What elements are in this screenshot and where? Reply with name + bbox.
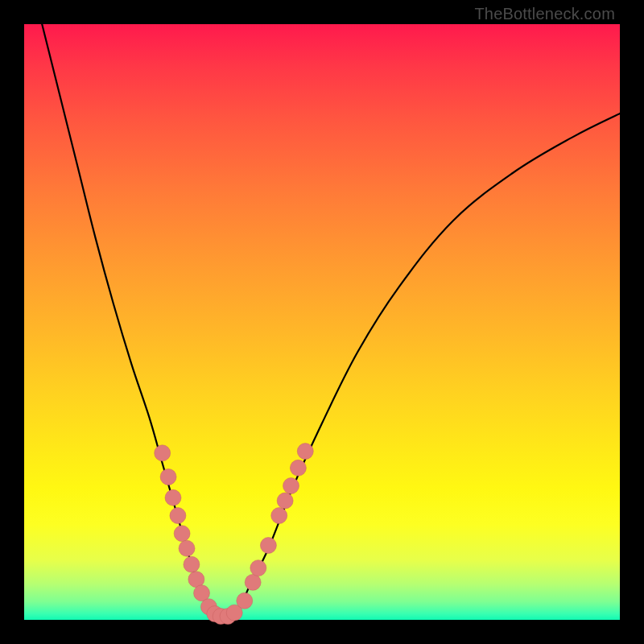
marker-dot [277, 493, 293, 509]
plot-area [24, 24, 620, 620]
marker-dot [174, 526, 190, 542]
marker-dot [250, 560, 266, 576]
marker-dot [260, 538, 276, 554]
watermark-text: TheBottleneck.com [474, 5, 615, 23]
threshold-markers [155, 444, 314, 625]
chart-frame: TheBottleneck.com [0, 0, 644, 644]
marker-dot [179, 540, 195, 556]
marker-dot [245, 574, 261, 590]
bottleneck-curve [42, 24, 620, 618]
marker-dot [155, 445, 171, 461]
marker-dot [271, 508, 287, 524]
marker-dot [160, 469, 176, 485]
marker-dot [237, 592, 253, 609]
marker-dot [297, 444, 313, 460]
chart-svg [24, 24, 620, 620]
marker-dot [165, 489, 181, 506]
marker-dot [290, 460, 306, 476]
marker-dot [184, 556, 200, 572]
marker-dot [283, 478, 299, 494]
marker-dot [170, 508, 186, 524]
